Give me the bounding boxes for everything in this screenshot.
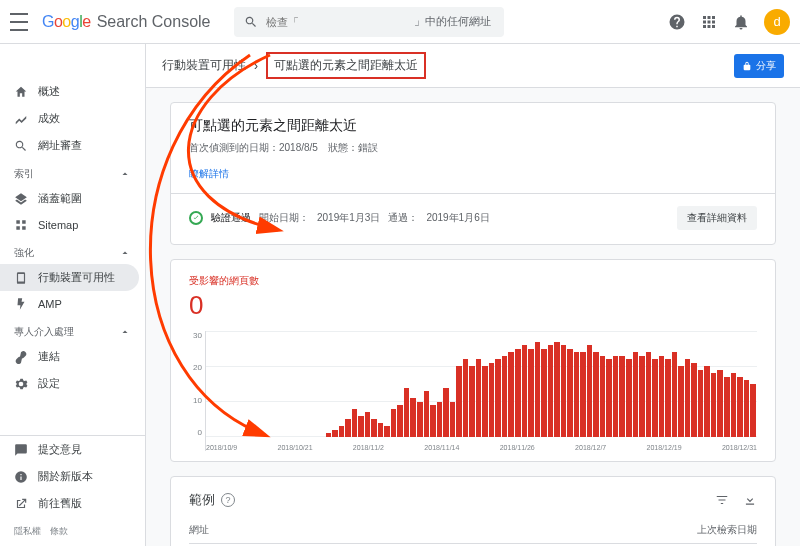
- bar: [371, 419, 377, 437]
- sidebar-item-settings[interactable]: 設定: [0, 370, 139, 397]
- crumb-parent[interactable]: 行動裝置可用性: [162, 57, 246, 74]
- validation-status-row: 驗證通過 開始日期： 2019年1月3日 通過： 2019年1月6日 查看詳細資…: [189, 206, 757, 230]
- main-content: 行動裝置可用性 › 可點選的元素之間距離太近 分享 可點選的元素之間距離太近 首…: [146, 44, 800, 546]
- bar: [711, 373, 717, 437]
- search-input[interactable]: [266, 16, 406, 28]
- bar: [482, 366, 488, 437]
- home-icon: [14, 85, 28, 99]
- footer-terms[interactable]: 條款: [50, 526, 68, 536]
- share-button[interactable]: 分享: [734, 54, 784, 78]
- sidebar-item-mobile-usability[interactable]: 行動裝置可用性: [0, 264, 139, 291]
- bar: [744, 380, 750, 437]
- footer-privacy[interactable]: 隱私權: [14, 526, 41, 536]
- search-suffix: 」中的任何網址: [414, 14, 491, 29]
- chevron-right-icon: ›: [254, 59, 258, 73]
- sidebar-item-coverage[interactable]: 涵蓋範圍: [0, 185, 139, 212]
- filter-icon[interactable]: [715, 493, 729, 507]
- sidebar-item-overview[interactable]: 概述: [0, 78, 139, 105]
- sidebar-item-feedback[interactable]: 提交意見: [0, 436, 139, 463]
- bar: [750, 384, 756, 437]
- bar: [639, 356, 645, 437]
- help-icon[interactable]: [668, 13, 686, 31]
- bar: [561, 345, 567, 437]
- bar: [489, 363, 495, 437]
- bar: [633, 352, 639, 437]
- bar: [469, 366, 475, 437]
- notifications-icon[interactable]: [732, 13, 750, 31]
- affected-pages-card: 受影響的網頁數 0 3020100 2018/10/92018/10/21201…: [170, 259, 776, 462]
- trend-chart: 3020100 2018/10/92018/10/212018/11/22018…: [189, 331, 757, 451]
- chart-icon: [14, 112, 28, 126]
- sidebar-section-index[interactable]: 索引: [0, 159, 145, 185]
- bar: [424, 391, 430, 437]
- bar: [665, 359, 671, 437]
- examples-table-header: 網址 上次檢索日期: [189, 523, 757, 544]
- bar: [672, 352, 678, 437]
- bar: [378, 423, 384, 437]
- link-icon: [14, 350, 28, 364]
- examples-title: 範例: [189, 491, 215, 509]
- bar: [345, 419, 351, 437]
- sidebar-item-links[interactable]: 連結: [0, 343, 139, 370]
- product-logo[interactable]: Google Search Console: [42, 13, 210, 31]
- sidebar-item-performance[interactable]: 成效: [0, 105, 139, 132]
- bar: [456, 366, 462, 437]
- sidebar-item-url-inspect[interactable]: 網址審查: [0, 132, 139, 159]
- bar: [600, 356, 606, 437]
- help-icon[interactable]: ?: [221, 493, 235, 507]
- chevron-up-icon: [119, 247, 131, 259]
- view-detail-button[interactable]: 查看詳細資料: [677, 206, 757, 230]
- sidebar-item-amp[interactable]: AMP: [0, 291, 139, 317]
- bar: [593, 352, 599, 437]
- sidebar-section-manual[interactable]: 專人介入處理: [0, 317, 145, 343]
- sidebar-section-enhance[interactable]: 強化: [0, 238, 145, 264]
- bar: [691, 363, 697, 437]
- bar: [410, 398, 416, 437]
- bar: [698, 370, 704, 437]
- bar: [391, 409, 397, 437]
- avatar[interactable]: d: [764, 9, 790, 35]
- bar: [502, 356, 508, 437]
- search-icon: [244, 15, 258, 29]
- bar: [717, 370, 723, 437]
- bar: [397, 405, 403, 437]
- url-search[interactable]: 」中的任何網址: [234, 7, 504, 37]
- metric-value: 0: [189, 290, 757, 321]
- menu-icon[interactable]: [10, 13, 28, 31]
- status-pass-date: 2019年1月6日: [426, 211, 489, 225]
- search-icon: [14, 139, 28, 153]
- bar: [626, 359, 632, 437]
- download-icon[interactable]: [743, 493, 757, 507]
- bar: [567, 349, 573, 437]
- layers-icon: [14, 192, 28, 206]
- bar: [508, 352, 514, 437]
- sitemap-icon: [14, 218, 28, 232]
- bar: [495, 359, 501, 437]
- bar: [417, 402, 423, 437]
- issue-title: 可點選的元素之間距離太近: [189, 117, 757, 135]
- bar: [450, 402, 456, 437]
- bar: [587, 345, 593, 437]
- sidebar-item-about[interactable]: 關於新版本: [0, 463, 139, 490]
- bar: [339, 426, 345, 437]
- sidebar-item-sitemap[interactable]: Sitemap: [0, 212, 139, 238]
- issue-summary-card: 可點選的元素之間距離太近 首次偵測到的日期：2018/8/5 狀態：錯誤 瞭解詳…: [170, 102, 776, 245]
- bolt-icon: [14, 297, 28, 311]
- apps-icon[interactable]: [700, 13, 718, 31]
- bar: [619, 356, 625, 437]
- bar: [528, 349, 534, 437]
- bar: [704, 366, 710, 437]
- bar: [515, 349, 521, 437]
- learn-more-link[interactable]: 瞭解詳情: [189, 167, 757, 181]
- bar: [463, 359, 469, 437]
- status-start-date: 2019年1月3日: [317, 211, 380, 225]
- bar: [430, 405, 436, 437]
- bar: [678, 366, 684, 437]
- bar: [404, 388, 410, 437]
- check-circle-icon: [189, 211, 203, 225]
- bar: [443, 388, 449, 437]
- google-wordmark: Google: [42, 13, 91, 31]
- bar: [548, 345, 554, 437]
- bar: [541, 349, 547, 437]
- sidebar-item-old-version[interactable]: 前往舊版: [0, 490, 139, 517]
